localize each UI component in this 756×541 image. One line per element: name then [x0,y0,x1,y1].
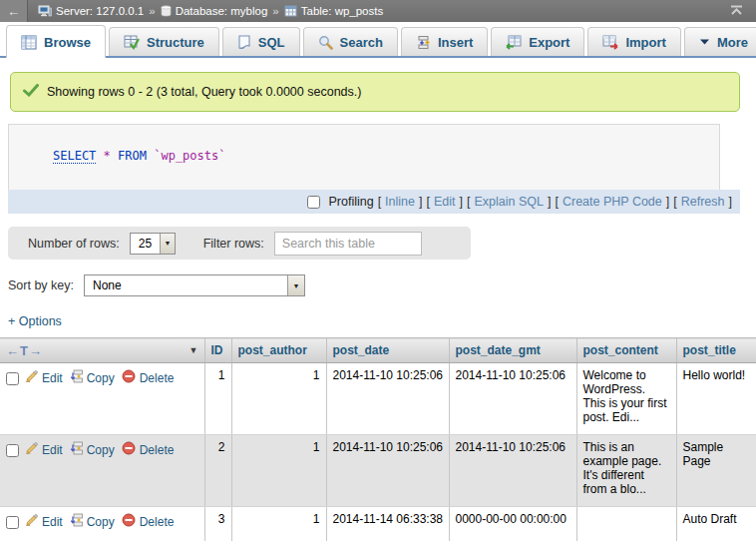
breadcrumb-database-link[interactable]: Database: myblog [161,5,268,17]
tab-structure[interactable]: Structure [109,27,219,56]
tab-more[interactable]: More [684,27,756,56]
pencil-icon [25,514,38,530]
edit-label: Edit [42,515,63,529]
sort-by-key-value: None [85,278,287,292]
edit-label: Edit [42,371,63,385]
cell-post-author[interactable]: 1 [231,363,326,435]
profiling-checkbox[interactable] [307,196,320,209]
copy-link[interactable]: Copy [70,369,115,386]
bracket: [ [555,195,558,209]
bracket: [ [378,195,381,209]
tab-sql-label: SQL [258,35,285,50]
sql-keyword-select: SELECT [53,149,96,164]
bracket: [ [673,195,676,209]
delete-icon [122,513,136,530]
row-checkbox[interactable] [6,372,19,385]
column-header-post-date-gmt[interactable]: post_date_gmt [456,343,541,357]
cell-post-date-gmt[interactable]: 2014-11-10 10:25:06 [449,435,576,507]
collapse-navigation-button[interactable] [717,5,756,18]
delete-link[interactable]: Delete [122,441,175,458]
breadcrumb-separator: » [272,5,278,17]
tab-export[interactable]: Export [491,27,584,56]
bracket: ] [666,195,669,209]
status-message: Showing rows 0 - 2 (3 total, Query took … [10,72,740,112]
cell-post-date[interactable]: 2014-11-14 06:33:38 [326,507,449,541]
delete-link[interactable]: Delete [122,369,175,386]
select-arrow-icon: ▼ [287,275,304,295]
copy-label: Copy [87,515,115,529]
select-arrow-icon: ▼ [160,234,175,254]
cell-post-date[interactable]: 2014-11-10 10:25:06 [326,435,449,507]
tab-search[interactable]: Search [303,27,398,56]
cell-post-author[interactable]: 1 [231,435,326,507]
cell-post-title[interactable]: Auto Draft [676,507,756,541]
database-icon [161,5,172,17]
sort-by-key-select[interactable]: None ▼ [84,274,305,296]
sql-query-section: SELECT * FROM `wp_posts` Profiling [ Inl… [8,124,756,214]
cell-id[interactable]: 2 [204,435,231,507]
cell-post-title[interactable]: Hello world! [676,363,756,435]
column-header-id[interactable]: ID [211,343,223,357]
cell-post-date-gmt[interactable]: 0000-00-00 00:00:00 [449,507,576,541]
edit-link[interactable]: Edit [25,370,63,386]
number-of-rows-label: Number of rows: [28,237,120,251]
bracket: [ [467,195,470,209]
row-checkbox[interactable] [6,516,19,529]
breadcrumb-server-link[interactable]: Server: 127.0.0.1 [38,5,144,17]
delete-link[interactable]: Delete [122,513,175,530]
chevron-down-icon [699,38,710,46]
sort-by-key-row: Sort by key: None ▼ [8,271,756,299]
tab-browse[interactable]: Browse [6,25,106,58]
number-of-rows-select[interactable]: 25 ▼ [130,233,176,255]
cell-post-author[interactable]: 1 [231,507,326,541]
cell-id[interactable]: 3 [204,507,231,541]
breadcrumb-table-link[interactable]: Table: wp_posts [284,5,383,17]
copy-link[interactable]: Copy [70,441,115,458]
sort-by-key-label: Sort by key: [8,278,74,292]
explain-sql-link[interactable]: Explain SQL [474,195,543,209]
check-all-arrows[interactable]: ←T→ [6,343,43,358]
breadcrumb-bar: ← Server: 127.0.0.1 » Database: myblog » [0,0,756,22]
inline-link[interactable]: Inline [385,195,415,209]
copy-link[interactable]: Copy [70,513,115,530]
table-row: EditCopyDelete 3 1 2014-11-14 06:33:38 0… [0,507,756,541]
cell-post-content[interactable]: This is an example page. It's different … [576,435,676,507]
refresh-link[interactable]: Refresh [681,195,725,209]
create-php-code-link[interactable]: Create PHP Code [563,195,662,209]
filter-rows-input[interactable] [274,232,422,256]
options-toggle-link[interactable]: + Options [8,314,62,328]
back-button[interactable]: ← [0,0,28,22]
column-header-post-title[interactable]: post_title [683,343,736,357]
bracket: [ [426,195,429,209]
copy-label: Copy [87,443,115,457]
insert-icon [416,35,431,50]
tab-import-label: Import [625,35,665,50]
tab-export-label: Export [529,35,569,50]
column-header-post-author[interactable]: post_author [238,343,307,357]
column-header-post-content[interactable]: post_content [583,343,658,357]
cell-post-title[interactable]: Sample Page [676,435,756,507]
status-message-text: Showing rows 0 - 2 (3 total, Query took … [47,85,361,99]
results-table: ←T→ ▼ ID post_author post_date post_date… [0,337,756,541]
tab-insert[interactable]: Insert [401,27,488,56]
cell-post-content[interactable] [576,507,676,541]
bracket: ] [729,195,732,209]
cell-id[interactable]: 1 [204,363,231,435]
column-header-post-date[interactable]: post_date [333,343,390,357]
actions-menu-icon[interactable]: ▼ [189,345,198,355]
tab-import[interactable]: Import [587,27,680,56]
row-checkbox[interactable] [6,444,19,457]
back-arrow-icon: ← [7,4,20,19]
edit-link[interactable]: Edit [25,442,63,458]
cell-post-content[interactable]: Welcome to WordPress. This is your first… [576,363,676,435]
edit-link[interactable]: Edit [25,514,63,530]
pencil-icon [25,442,38,458]
browse-icon [21,35,37,50]
table-icon [284,5,297,17]
cell-post-date-gmt[interactable]: 2014-11-10 10:25:06 [449,363,576,435]
edit-query-link[interactable]: Edit [434,195,456,209]
copy-icon [70,369,83,386]
query-options-bar: Profiling [ Inline ] [ Edit ] [ Explain … [8,190,740,214]
cell-post-date[interactable]: 2014-11-10 10:25:06 [326,363,449,435]
tab-sql[interactable]: SQL [222,27,300,56]
